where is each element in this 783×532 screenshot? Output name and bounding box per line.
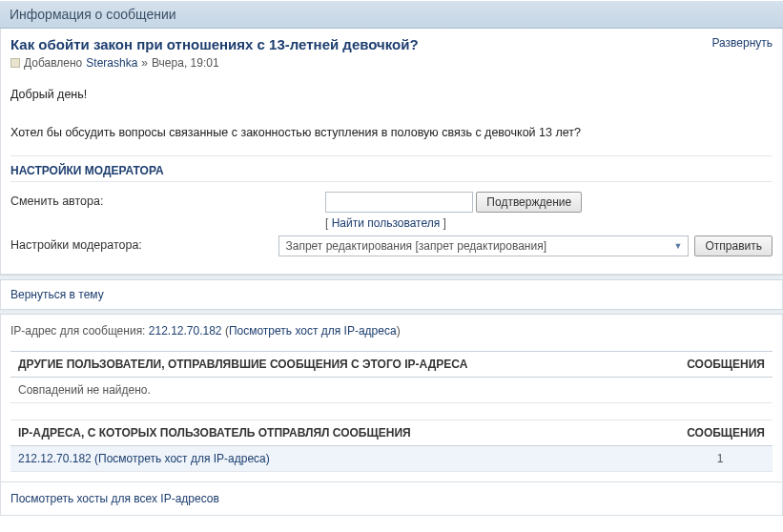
post-content: Хотел бы обсудить вопросы связанные с за…	[10, 123, 773, 142]
all-hosts-link[interactable]: Посмотреть хосты для всех IP-адресов	[10, 492, 219, 505]
spacer-row	[10, 403, 773, 420]
col-messages-header: СООБЩЕНИЯ	[668, 352, 773, 378]
ip-row-count: 1	[668, 446, 773, 472]
thread-title-link[interactable]: Как обойти закон при отношениях с 13-лет…	[10, 36, 419, 52]
ip-line: IP-адрес для сообщения: 212.12.70.182 (П…	[10, 324, 773, 338]
chevron-down-icon: ▼	[674, 241, 683, 251]
bracket-open: [	[325, 216, 332, 230]
ip-row-link[interactable]: 212.12.70.182 (Посмотреть хост для IP-ад…	[18, 452, 270, 465]
submit-button[interactable]: Отправить	[694, 235, 773, 256]
no-matches-cell: Совпадений не найдено.	[10, 378, 668, 403]
post-body: Добрый день! Хотел бы обсудить вопросы с…	[10, 85, 773, 142]
expand-link[interactable]: Развернуть	[711, 36, 773, 50]
ip-address-link[interactable]: 212.12.70.182	[149, 324, 222, 338]
table-row: 212.12.70.182 (Посмотреть хост для IP-ад…	[10, 446, 773, 472]
post-greeting: Добрый день!	[10, 85, 773, 104]
post-icon	[10, 58, 20, 68]
empty-cell	[668, 378, 773, 403]
confirm-button[interactable]: Подтверждение	[476, 192, 582, 213]
page-title: Информация о сообщении	[10, 7, 773, 22]
paren-close: )	[397, 324, 401, 338]
return-section: Вернуться в тему	[0, 280, 783, 309]
col-messages-header-2: СООБЩЕНИЯ	[668, 420, 773, 446]
other-users-table: ДРУГИЕ ПОЛЬЗОВАТЕЛИ, ОТПРАВЛЯВШИЕ СООБЩЕ…	[10, 351, 773, 472]
table-row: Совпадений не найдено.	[10, 378, 773, 403]
bottom-link-section: Посмотреть хосты для всех IP-адресов	[0, 482, 783, 516]
bracket-close: ]	[440, 216, 446, 230]
page-header: Информация о сообщении	[0, 0, 783, 29]
ip-section: IP-адрес для сообщения: 212.12.70.182 (П…	[0, 315, 783, 482]
mod-settings-value: Запрет редактирования [запрет редактиров…	[285, 239, 546, 253]
change-author-input[interactable]	[325, 192, 473, 213]
timestamp-sep: »	[141, 56, 148, 70]
author-link[interactable]: Sterashka	[86, 56, 137, 70]
post-section: Как обойти закон при отношениях с 13-лет…	[0, 29, 783, 275]
return-link[interactable]: Вернуться в тему	[10, 288, 104, 301]
ip-prefix: IP-адрес для сообщения:	[10, 324, 149, 338]
posted-prefix: Добавлено	[24, 56, 82, 70]
moderator-heading: НАСТРОЙКИ МОДЕРАТОРА	[10, 164, 773, 182]
mod-settings-select[interactable]: Запрет редактирования [запрет редактиров…	[278, 235, 689, 256]
ip-host-link[interactable]: Посмотреть хост для IP-адреса	[229, 324, 397, 338]
find-user-link[interactable]: Найти пользователя	[332, 216, 441, 230]
other-users-header: ДРУГИЕ ПОЛЬЗОВАТЕЛИ, ОТПРАВЛЯВШИЕ СООБЩЕ…	[10, 352, 668, 378]
moderator-block: НАСТРОЙКИ МОДЕРАТОРА Сменить автора: Под…	[10, 155, 773, 256]
change-author-label: Сменить автора:	[10, 192, 325, 208]
change-author-row: Сменить автора: Подтверждение [ Найти по…	[10, 192, 773, 230]
user-ips-header: IP-АДРЕСА, С КОТОРЫХ ПОЛЬЗОВАТЕЛЬ ОТПРАВ…	[10, 420, 668, 446]
post-meta: Добавлено Sterashka » Вчера, 19:01	[10, 56, 773, 70]
thread-title: Как обойти закон при отношениях с 13-лет…	[10, 36, 419, 52]
mod-settings-row: Настройки модератора: Запрет редактирова…	[10, 235, 773, 256]
timestamp: Вчера, 19:01	[152, 56, 219, 70]
mod-settings-label: Настройки модератора:	[10, 235, 278, 252]
